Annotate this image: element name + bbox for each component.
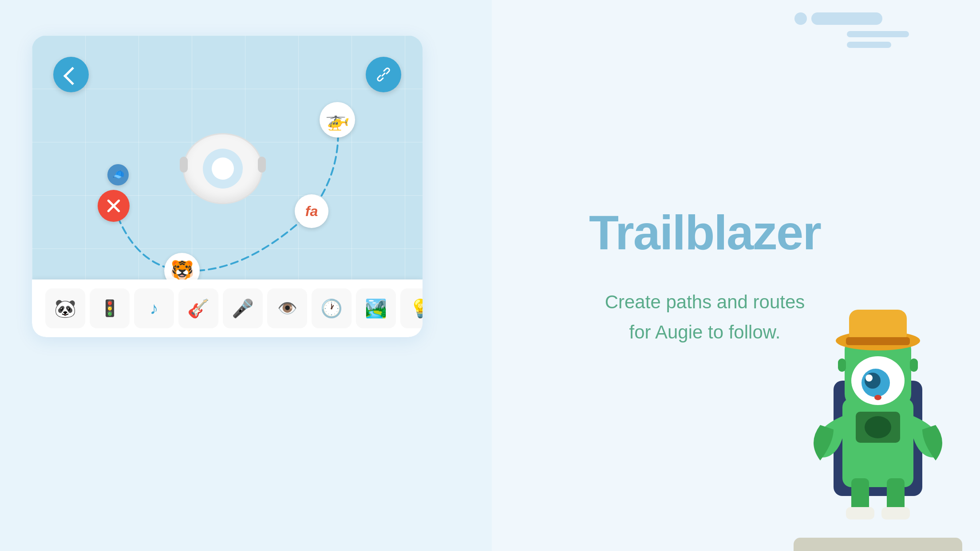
svg-rect-17 <box>910 358 918 372</box>
waypoint-helicopter[interactable]: 🚁 <box>320 102 355 138</box>
page-title: Trailblazer <box>589 204 821 260</box>
tool-microphone[interactable]: 🎤 <box>223 288 263 328</box>
augie-eye <box>203 149 243 189</box>
fa-label: fa <box>305 203 318 220</box>
link-icon <box>375 66 392 83</box>
augie-ear-left <box>180 157 188 173</box>
svg-rect-16 <box>838 358 846 372</box>
back-button[interactable] <box>53 57 89 92</box>
tool-guitar[interactable]: 🎸 <box>178 288 218 328</box>
cap-emoji: 🧢 <box>112 169 124 181</box>
augie-pupil <box>212 157 234 180</box>
svg-point-19 <box>865 416 891 438</box>
augie-robot <box>183 133 263 213</box>
augie-body <box>183 133 263 204</box>
tiger-emoji: 🐯 <box>170 259 194 282</box>
main-card: 🧢 🐯 fa 🚁 🐼 🚦 ♪ 🎸 🎤 👁️ 🕐 🏞️ 💡 <box>32 35 423 337</box>
tool-clock[interactable]: 🕐 <box>312 288 352 328</box>
waypoint-fa[interactable]: fa <box>295 194 328 228</box>
svg-rect-6 <box>881 507 910 520</box>
svg-point-14 <box>865 374 873 382</box>
augie-ear-right <box>258 157 266 173</box>
link-button[interactable] <box>366 57 401 92</box>
toolbar: 🐼 🚦 ♪ 🎸 🎤 👁️ 🕐 🏞️ 💡 <box>32 279 423 337</box>
svg-rect-10 <box>846 337 910 345</box>
svg-rect-5 <box>846 507 874 520</box>
description: Create paths and routes for Augie to fol… <box>589 287 821 346</box>
tool-eye[interactable]: 👁️ <box>267 288 307 328</box>
waypoint-cap[interactable]: 🧢 <box>107 164 129 185</box>
augie-character <box>794 301 962 551</box>
tool-panda[interactable]: 🐼 <box>45 288 85 328</box>
helicopter-emoji: 🚁 <box>325 108 350 131</box>
desc-line-2: for Augie to follow. <box>589 317 821 347</box>
tool-bulb[interactable]: 💡 <box>400 288 423 328</box>
waypoint-x[interactable] <box>98 190 130 222</box>
svg-point-15 <box>874 395 881 400</box>
tool-traffic-light[interactable]: 🚦 <box>90 288 130 328</box>
desc-line-1: Create paths and routes <box>589 287 821 317</box>
tool-photo[interactable]: 🏞️ <box>356 288 396 328</box>
tool-music[interactable]: ♪ <box>134 288 174 328</box>
